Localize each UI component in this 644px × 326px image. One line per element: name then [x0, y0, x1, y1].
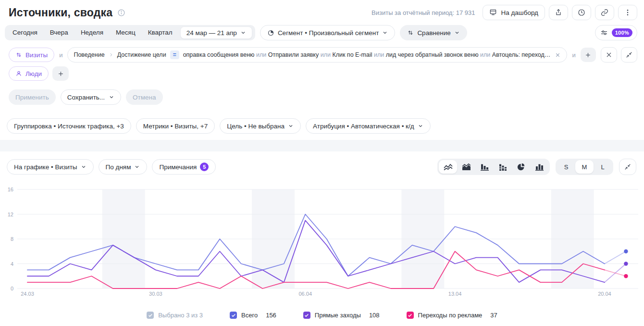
sampling-badge: 100%	[612, 28, 632, 37]
chart-size-switcher: SML	[556, 159, 613, 175]
chart-interval-label: По дням	[106, 163, 131, 171]
and-connector: и	[59, 51, 62, 59]
sampling-control[interactable]: 100%	[595, 25, 637, 40]
y-tick-label: 4	[11, 261, 13, 267]
chart-type-column-button[interactable]	[530, 160, 548, 174]
comparison-label: Сравнение	[417, 29, 450, 37]
legend-checkbox[interactable]	[303, 312, 310, 319]
visits-period-label: Визиты за отчётный период: 17 931	[372, 9, 475, 16]
chevron-down-icon	[418, 123, 423, 129]
legend-checkbox[interactable]	[147, 312, 154, 319]
x-tick-label: 13.04	[448, 291, 462, 297]
notes-count-badge: 5	[200, 163, 209, 171]
clear-condition-icon[interactable]	[555, 52, 561, 58]
people-filter-chip[interactable]: Люди	[9, 66, 49, 81]
chart-size-s-button[interactable]: S	[557, 160, 575, 174]
condition-values: оправка сообщения веню или Отправили зая…	[183, 51, 551, 58]
condition-value: Отправили заявку	[268, 51, 319, 58]
clock-icon	[578, 9, 585, 16]
chart-type-area-button[interactable]	[457, 160, 475, 174]
and-connector: и	[572, 51, 575, 59]
chart-type-stacked-bar-button[interactable]	[494, 160, 512, 174]
legend-select-all[interactable]: Выбрано 3 из 3	[147, 312, 203, 319]
clear-filters-button[interactable]	[601, 47, 617, 63]
chart-type-bar-button[interactable]	[475, 160, 494, 174]
report-chip-3[interactable]: Атрибуция • Автоматическая • к/д	[306, 118, 431, 134]
filter-actions: Применить Сохранить... Отмена	[0, 81, 644, 105]
collapse-icon	[624, 163, 631, 170]
person-icon	[15, 70, 22, 77]
history-button[interactable]	[572, 5, 591, 20]
visits-chip-label: Визиты	[25, 51, 48, 59]
more-actions-button[interactable]	[618, 5, 637, 20]
segment-selector[interactable]: Сегмент • Произвольный сегмент	[260, 25, 396, 40]
collapse-filters-button[interactable]	[621, 47, 637, 63]
chart-type-pie-button[interactable]	[512, 160, 530, 174]
legend-select-all-label: Выбрано 3 из 3	[158, 312, 203, 319]
series-endpoint-1[interactable]	[624, 262, 628, 265]
chart-interval-selector[interactable]: По дням	[99, 159, 148, 175]
legend-item-label: Переходы по рекламе	[418, 312, 483, 319]
legend-checkbox[interactable]	[407, 312, 414, 319]
compare-arrows-icon	[407, 29, 414, 36]
add-condition-button[interactable]	[581, 48, 596, 62]
preset-tab-2[interactable]: Неделя	[74, 25, 110, 40]
chart-legend: Выбрано 3 из 3Всего156Прямые заходы108Пе…	[0, 312, 644, 319]
report-chip-2[interactable]: Цель • Не выбрана	[220, 118, 301, 134]
header-actions: Визиты за отчётный период: 17 931 На даш…	[372, 5, 637, 20]
collapse-icon	[626, 51, 632, 58]
report-chip-label: Цель • Не выбрана	[227, 123, 285, 130]
collapse-chart-button[interactable]	[619, 159, 636, 175]
report-chip-1[interactable]: Метрики • Визиты, +7	[136, 118, 215, 134]
preset-tab-3[interactable]: Месяц	[110, 25, 142, 40]
series-endpoint-2[interactable]	[624, 274, 628, 278]
cancel-button[interactable]: Отмена	[126, 89, 162, 105]
legend-checkbox[interactable]	[230, 312, 237, 319]
filter-row-people: Люди	[0, 63, 644, 81]
metric-arrows-icon	[15, 51, 22, 58]
apply-button[interactable]: Применить	[9, 89, 56, 105]
filter-row-visits: Визиты и Поведение Достижение цели = опр…	[0, 40, 644, 63]
preset-tab-1[interactable]: Вчера	[44, 25, 74, 40]
preset-tab-0[interactable]: Сегодня	[6, 25, 44, 40]
page-title: Источники, сводка	[9, 6, 112, 19]
visits-filter-chip[interactable]: Визиты	[9, 48, 54, 62]
x-tick-label: 24.03	[21, 291, 34, 297]
chart-metric-selector[interactable]: На графике • Визиты	[7, 159, 94, 175]
legend-item-value: 37	[490, 312, 497, 319]
x-tick-label: 06.04	[298, 291, 312, 297]
preset-tab-4[interactable]: Квартал	[142, 25, 179, 40]
export-icon	[555, 9, 562, 16]
save-button[interactable]: Сохранить...	[61, 89, 121, 105]
chevron-down-icon	[81, 164, 87, 170]
series-line-faded-2	[605, 270, 626, 276]
report-chip-label: Группировка • Источник трафика, +3	[14, 123, 124, 130]
info-icon[interactable]	[117, 9, 125, 17]
stacked-bar-chart-icon	[498, 163, 508, 171]
or-connector: или	[479, 51, 492, 58]
kebab-icon	[624, 9, 632, 16]
legend-item-1[interactable]: Прямые заходы108	[303, 312, 380, 319]
export-button[interactable]	[549, 5, 568, 20]
legend-item-0[interactable]: Всего156	[230, 312, 276, 319]
notes-toggle[interactable]: Примечания 5	[152, 159, 216, 175]
condition-value: оправка сообщения веню	[183, 51, 255, 58]
chevron-down-icon	[454, 30, 460, 36]
date-range-picker[interactable]: 24 мар — 21 апр	[180, 26, 252, 39]
report-chip-0[interactable]: Группировка • Источник трафика, +3	[7, 118, 131, 134]
segment-icon	[267, 29, 274, 37]
report-chip-label: Атрибуция • Автоматическая • к/д	[313, 123, 414, 130]
add-people-condition-button[interactable]	[52, 66, 69, 81]
visits-line-chart[interactable]: 048121624.0330.0306.0413.0420.04	[0, 184, 644, 304]
chart-type-switcher	[437, 159, 550, 175]
goal-condition-pill[interactable]: Поведение Достижение цели = оправка сооб…	[67, 47, 567, 63]
to-dashboard-button[interactable]: На дашборд	[483, 5, 545, 20]
bar-chart-icon	[480, 163, 489, 171]
series-endpoint-0[interactable]	[624, 250, 628, 253]
chart-size-l-button[interactable]: L	[594, 160, 612, 174]
copy-link-button[interactable]	[595, 5, 614, 20]
legend-item-2[interactable]: Переходы по рекламе37	[407, 312, 497, 319]
chart-type-line-button[interactable]	[439, 160, 457, 174]
chart-size-m-button[interactable]: M	[575, 160, 594, 174]
comparison-selector[interactable]: Сравнение	[400, 25, 467, 40]
